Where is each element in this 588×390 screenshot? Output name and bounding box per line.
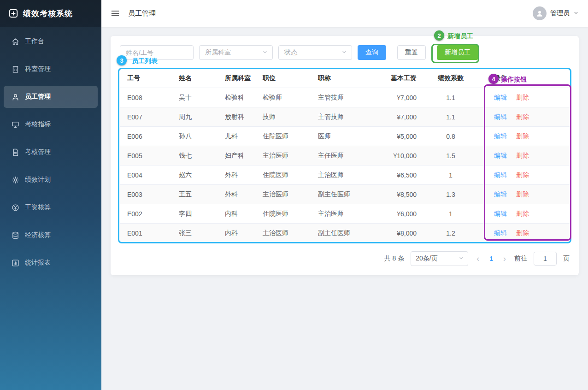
prev-page-icon[interactable]: ‹ — [475, 254, 481, 263]
current-page[interactable]: 1 — [488, 255, 495, 262]
status-select-value: 状态 — [284, 48, 297, 57]
column-header-salary: 基本工资 — [375, 69, 423, 88]
cell-name: 王五 — [175, 185, 221, 204]
sidebar-item-label: 员工管理 — [25, 93, 51, 101]
cell-base-salary: ¥7,000 — [375, 88, 423, 107]
department-select[interactable]: 所属科室 — [199, 45, 273, 60]
edit-link[interactable]: 编辑 — [494, 171, 507, 178]
edit-link[interactable]: 编辑 — [494, 190, 507, 198]
cell-base-salary: ¥8,500 — [375, 185, 423, 204]
app-title: 绩效考核系统 — [23, 8, 73, 19]
delete-link[interactable]: 删除 — [516, 190, 529, 198]
cell-coefficient: 1.1 — [423, 107, 478, 127]
sidebar-item-label: 统计报表 — [25, 259, 51, 267]
cell-coefficient: 1.5 — [423, 146, 478, 165]
cell-department: 妇产科 — [221, 146, 259, 165]
sidebar-item-plans[interactable]: 绩效计划 — [4, 169, 98, 191]
reset-button[interactable]: 重置 — [397, 45, 426, 60]
edit-link[interactable]: 编辑 — [494, 132, 507, 140]
delete-link[interactable]: 删除 — [516, 210, 529, 217]
cell-title: 副主任医师 — [314, 185, 375, 204]
table-row: E003 王五 外科 主治医师 副主任医师 ¥8,500 1.3 编辑删除 — [120, 185, 570, 204]
top-header: 员工管理 管理员 — [101, 0, 588, 27]
sidebar-item-salary[interactable]: 工资核算 — [4, 196, 98, 219]
main-area: 员工管理 管理员 所属科室 — [101, 0, 588, 390]
delete-link[interactable]: 删除 — [516, 132, 529, 140]
cell-base-salary: ¥10,000 — [375, 146, 423, 165]
next-page-icon[interactable]: › — [501, 254, 508, 263]
cell-employee-id: E007 — [120, 107, 175, 127]
cell-employee-id: E001 — [120, 224, 175, 243]
edit-link[interactable]: 编辑 — [494, 113, 507, 120]
cell-base-salary: ¥7,000 — [375, 107, 423, 127]
cell-name: 周九 — [175, 107, 221, 127]
logo-icon — [8, 8, 18, 18]
table-row: E006 孙八 儿科 住院医师 医师 ¥5,000 0.8 编辑删除 — [120, 127, 570, 146]
cell-department: 外科 — [221, 185, 259, 204]
table-row: E004 赵六 外科 住院医师 主治医师 ¥6,500 1 编辑删除 — [120, 165, 570, 185]
sidebar-item-label: 工资核算 — [25, 203, 51, 212]
sidebar-item-label: 科室管理 — [25, 65, 51, 73]
sidebar-item-employees[interactable]: 员工管理 — [4, 86, 98, 108]
cell-title: 主治医师 — [314, 165, 375, 185]
cell-department: 检验科 — [221, 88, 259, 107]
user-name: 管理员 — [550, 9, 570, 18]
cell-base-salary: ¥6,500 — [375, 165, 423, 185]
edit-link[interactable]: 编辑 — [494, 229, 507, 236]
cell-coefficient: 1 — [423, 165, 478, 185]
cell-base-salary: ¥8,000 — [375, 224, 423, 243]
employee-card: 所属科室 状态 查询 重置 新增员工 — [111, 36, 579, 275]
cell-name: 赵六 — [175, 165, 221, 185]
cell-employee-id: E003 — [120, 185, 175, 204]
database-icon — [11, 231, 19, 239]
chart-icon — [11, 259, 19, 267]
cell-employee-id: E005 — [120, 146, 175, 165]
sidebar-item-label: 绩效计划 — [25, 176, 51, 184]
cell-title: 主任医师 — [314, 146, 375, 165]
home-icon — [11, 37, 19, 46]
cell-employee-id: E004 — [120, 165, 175, 185]
edit-link[interactable]: 编辑 — [494, 152, 507, 159]
delete-link[interactable]: 删除 — [516, 152, 529, 159]
page-size-select[interactable]: 20条/页 — [411, 251, 468, 266]
sidebar-item-reports[interactable]: 统计报表 — [4, 252, 98, 274]
cell-position: 住院医师 — [259, 204, 314, 224]
employee-table: 工号 姓名 所属科室 职位 职称 基本工资 绩效系数 操作 E008 — [120, 69, 570, 243]
table-row: E007 周九 放射科 技师 主管技师 ¥7,000 1.1 编辑删除 — [120, 107, 570, 127]
column-header-title: 职称 — [314, 69, 375, 88]
add-employee-button[interactable]: 新增员工 — [437, 45, 478, 60]
delete-link[interactable]: 删除 — [516, 171, 529, 178]
sidebar: 绩效考核系统 工作台 科室管理 员工管理 考核指标 考核管理 — [0, 0, 101, 390]
hamburger-menu-icon[interactable] — [111, 9, 120, 18]
page-content: 所属科室 状态 查询 重置 新增员工 — [101, 27, 588, 390]
table-row: E005 钱七 妇产科 主治医师 主任医师 ¥10,000 1.5 编辑删除 — [120, 146, 570, 165]
delete-link[interactable]: 删除 — [516, 94, 529, 101]
table-row: E001 张三 内科 主治医师 副主任医师 ¥8,000 1.2 编辑删除 — [120, 224, 570, 243]
cell-department: 放射科 — [221, 107, 259, 127]
sidebar-item-assessments[interactable]: 考核管理 — [4, 141, 98, 163]
edit-link[interactable]: 编辑 — [494, 210, 507, 217]
search-button[interactable]: 查询 — [358, 45, 386, 60]
column-header-coefficient: 绩效系数 — [423, 69, 478, 88]
cell-position: 主治医师 — [259, 146, 314, 165]
status-select[interactable]: 状态 — [278, 45, 352, 60]
page-jump-input[interactable] — [534, 252, 557, 266]
app-root: 绩效考核系统 工作台 科室管理 员工管理 考核指标 考核管理 — [0, 0, 588, 390]
document-icon — [11, 148, 19, 156]
gear-icon — [11, 176, 19, 184]
delete-link[interactable]: 删除 — [516, 113, 529, 120]
sidebar-item-workbench[interactable]: 工作台 — [4, 30, 98, 53]
sidebar-item-indicators[interactable]: 考核指标 — [4, 113, 98, 136]
sidebar-item-economy[interactable]: 经济核算 — [4, 224, 98, 246]
chevron-down-icon — [573, 10, 579, 17]
delete-link[interactable]: 删除 — [516, 229, 529, 236]
cell-coefficient: 1.3 — [423, 185, 478, 204]
user-dropdown[interactable]: 管理员 — [533, 6, 579, 20]
jump-prefix-label: 前往 — [514, 254, 527, 263]
avatar — [533, 6, 547, 20]
sidebar-item-departments[interactable]: 科室管理 — [4, 58, 98, 80]
edit-link[interactable]: 编辑 — [494, 94, 507, 101]
keyword-input[interactable] — [120, 45, 194, 60]
cell-department: 儿科 — [221, 127, 259, 146]
cell-base-salary: ¥6,000 — [375, 204, 423, 224]
